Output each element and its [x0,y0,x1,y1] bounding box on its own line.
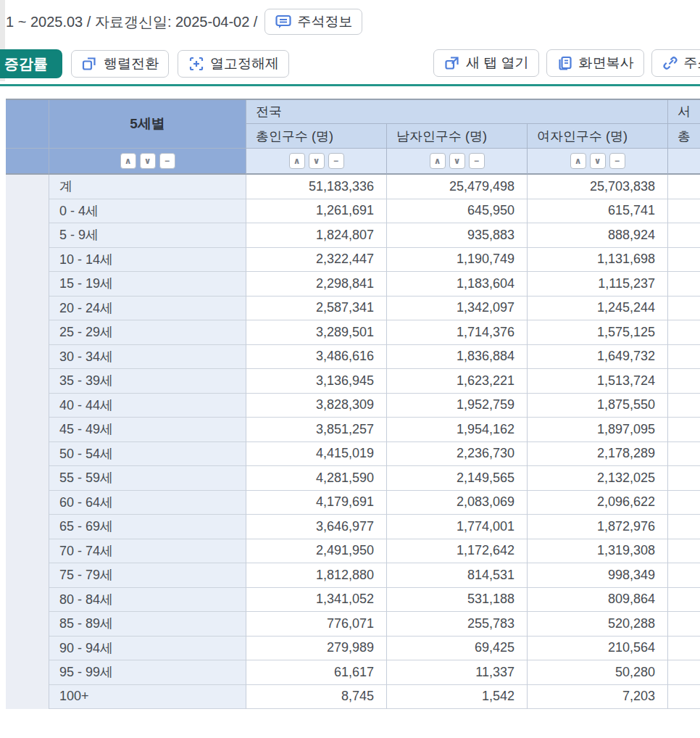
sort-clear-button[interactable]: − [609,153,625,169]
sort-clear-button[interactable]: − [469,153,485,169]
female-population-value: 998,349 [528,563,668,588]
age-group-label: 95 - 99세 [49,660,246,685]
age-group-label: 15 - 19세 [49,272,246,297]
row-index-cell [6,320,49,345]
row-index-cell [6,175,49,199]
row-index-cell [6,369,49,394]
annotation-info-button[interactable]: 주석정보 [264,9,362,35]
col-header-seoul-total: 총 [668,124,700,149]
age-group-label: 100+ [49,685,246,710]
total-population-value: 4,179,691 [246,491,387,515]
total-population-value: 3,646,977 [246,515,387,539]
total-population-value: 51,183,336 [246,175,387,199]
male-population-value: 1,952,759 [387,394,528,418]
male-population-value: 69,425 [387,637,528,661]
female-population-value: 615,741 [528,199,668,224]
corner-header-cell [6,100,49,149]
male-population-value: 2,149,565 [387,466,528,491]
row-index-cell [6,223,49,248]
change-rate-button[interactable]: 증감률 [0,49,62,78]
copy-address-button[interactable]: 주소/클 [651,49,700,77]
table-row: 90 - 94세 279,989 69,425 210,564 [6,637,700,661]
age-group-label: 65 - 69세 [49,515,246,539]
female-population-value: 1,897,095 [528,418,668,442]
screen-copy-label: 화면복사 [579,54,634,72]
male-population-value: 255,783 [387,612,528,637]
unfreeze-columns-button[interactable]: 열고정해제 [178,50,289,78]
table-row: 50 - 54세 4,415,019 2,236,730 2,178,289 [6,442,700,467]
table-row: 10 - 14세 2,322,447 1,190,749 1,131,698 [6,248,700,273]
seoul-value-cell [668,466,700,491]
male-population-value: 2,236,730 [387,442,528,467]
sort-cell-male: ∧ ∨ − [387,149,528,175]
row-index-cell [6,394,49,418]
female-population-value: 2,132,025 [528,466,668,491]
row-index-cell [6,199,49,224]
male-population-value: 2,083,069 [387,491,528,515]
sort-cell-total: ∧ ∨ − [246,149,387,175]
age-group-label: 80 - 84세 [49,588,246,613]
seoul-value-cell [668,660,700,685]
transpose-label: 행렬전환 [104,54,159,73]
female-population-value: 1,245,244 [528,297,668,321]
open-new-tab-button[interactable]: 새 탭 열기 [433,49,539,77]
female-population-value: 1,649,732 [528,345,668,370]
female-population-value: 210,564 [528,637,668,661]
age-group-label: 30 - 34세 [49,345,246,370]
transpose-icon [81,55,99,72]
row-index-cell [6,515,49,539]
seoul-value-cell [668,297,700,321]
male-population-value: 1,714,376 [387,320,528,345]
age-group-label: 35 - 39세 [49,369,246,394]
sort-cell-female: ∧ ∨ − [528,149,668,175]
female-population-value: 25,703,838 [528,175,668,199]
sort-desc-button[interactable]: ∨ [309,153,325,169]
seoul-value-cell [668,320,700,345]
sort-desc-button[interactable]: ∨ [140,153,156,169]
row-index-cell [6,563,49,588]
table-row: 15 - 19세 2,298,841 1,183,604 1,115,237 [6,272,700,297]
female-population-value: 2,096,622 [528,491,668,515]
total-population-value: 776,071 [246,612,387,637]
sort-clear-button[interactable]: − [159,153,175,169]
male-population-value: 1,542 [387,685,528,710]
table-row: 95 - 99세 61,617 11,337 50,280 [6,660,700,685]
table-body: 계 51,183,336 25,479,498 25,703,838 0 - 4… [6,175,700,709]
sort-desc-button[interactable]: ∨ [449,153,465,169]
dataset-info-line: 1 ~ 2025.03 / 자료갱신일: 2025-04-02 / 주석정보 [6,9,362,35]
sort-desc-button[interactable]: ∨ [590,153,606,169]
table-row: 65 - 69세 3,646,977 1,774,001 1,872,976 [6,515,700,539]
sort-asc-button[interactable]: ∧ [120,153,136,169]
screen-copy-button[interactable]: 화면복사 [546,49,644,77]
table-row: 80 - 84세 1,341,052 531,188 809,864 [6,588,700,613]
population-table: 5세별 전국 서 총인구수 (명) 남자인구수 (명) 여자인구수 (명) 총 [6,99,700,709]
female-population-value: 1,575,125 [528,320,668,345]
sort-asc-button[interactable]: ∧ [570,153,586,169]
table-row: 85 - 89세 776,071 255,783 520,288 [6,612,700,637]
seoul-value-cell [668,394,700,418]
sort-asc-button[interactable]: ∧ [289,153,305,169]
col-header-male: 남자인구수 (명) [387,124,528,149]
male-population-value: 1,954,162 [387,418,528,442]
toolbar-left-group: 증감률 행렬전환 열고정해제 [0,49,289,78]
male-population-value: 1,183,604 [387,272,528,297]
age-group-label: 20 - 24세 [49,297,246,321]
sort-corner-cell [6,149,49,175]
male-population-value: 814,531 [387,563,528,588]
table-row: 20 - 24세 2,587,341 1,342,097 1,245,244 [6,297,700,321]
link-icon [662,54,679,72]
sort-clear-button[interactable]: − [328,153,344,169]
transpose-button[interactable]: 행렬전환 [71,50,169,78]
total-population-value: 2,298,841 [246,272,387,297]
row-index-cell [6,442,49,467]
sort-asc-button[interactable]: ∧ [430,153,446,169]
female-population-value: 520,288 [528,612,668,637]
row-index-cell [6,539,49,564]
external-link-icon [443,54,461,72]
age-group-label: 10 - 14세 [49,248,246,273]
table-row: 0 - 4세 1,261,691 645,950 615,741 [6,199,700,224]
unfreeze-columns-icon [188,55,205,72]
seoul-value-cell [668,588,700,613]
female-population-value: 1,872,976 [528,515,668,539]
toolbar-right-group: 새 탭 열기 화면복사 주소/클 [433,49,700,77]
